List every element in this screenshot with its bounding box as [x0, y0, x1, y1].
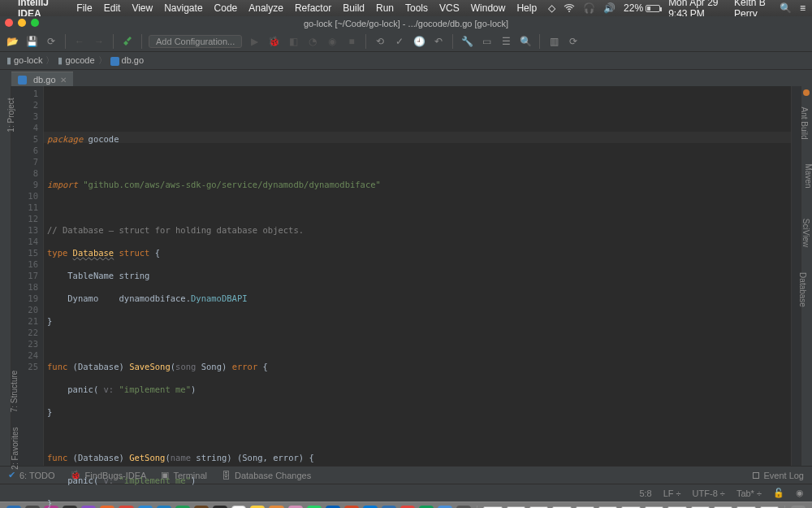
- line-number: 23: [11, 338, 38, 350]
- folder-icon: ▮: [58, 55, 63, 65]
- line-number: 22: [11, 327, 38, 338]
- line-number: 20: [11, 304, 38, 315]
- search-everywhere-icon[interactable]: 🔍: [518, 34, 533, 49]
- forward-icon[interactable]: →: [92, 34, 106, 49]
- line-number: 4: [11, 122, 38, 133]
- line-number: 9: [11, 179, 38, 190]
- line-number: 16: [11, 258, 38, 270]
- tab-db-go[interactable]: db.go ✕: [11, 72, 73, 86]
- line-number: 11: [11, 202, 38, 213]
- menu-help[interactable]: Help: [516, 2, 537, 14]
- menu-code[interactable]: Code: [214, 2, 238, 14]
- main-toolbar: 📂 💾 ⟳ ← → Add Configuration... ▶ 🐞 ◧ ◔ ◉…: [0, 31, 812, 52]
- breadcrumb-root[interactable]: ▮go-lock: [6, 55, 42, 66]
- settings-icon[interactable]: 🔧: [460, 34, 474, 49]
- wifi-icon[interactable]: [564, 4, 575, 12]
- inspector-icon[interactable]: ◉: [796, 488, 804, 498]
- stop-icon[interactable]: ■: [344, 34, 359, 49]
- mac-menubar: IntelliJ IDEA File Edit View Navigate Co…: [0, 0, 812, 16]
- tool-ant[interactable]: Ant Build: [799, 106, 808, 139]
- window-title: go-lock [~/Code/go-lock] - .../gocode/db…: [304, 19, 508, 28]
- back-icon[interactable]: ←: [72, 34, 87, 49]
- structure-icon[interactable]: ☰: [499, 34, 513, 49]
- window-controls: [5, 19, 39, 27]
- folder-icon: ▮: [6, 55, 11, 65]
- close-tab-icon[interactable]: ✕: [60, 76, 67, 85]
- line-number: 19: [11, 293, 38, 304]
- run-icon[interactable]: ▶: [247, 34, 261, 49]
- code-editor[interactable]: package gocode import "github.com/aws/aw…: [44, 86, 791, 466]
- debug-icon[interactable]: 🐞: [266, 34, 281, 49]
- go-file-icon: [18, 76, 27, 85]
- line-number: 13: [11, 224, 38, 236]
- menu-vcs[interactable]: VCS: [439, 2, 460, 14]
- battery-icon: [646, 5, 660, 12]
- concurrency-icon[interactable]: ◉: [325, 34, 339, 49]
- tool-project[interactable]: 1: Project: [6, 98, 15, 132]
- menu-run[interactable]: Run: [376, 2, 394, 14]
- dock-app-finder[interactable]: [6, 506, 21, 509]
- menu-window[interactable]: Window: [471, 2, 506, 14]
- menu-analyze[interactable]: Analyze: [248, 2, 283, 14]
- dock-app[interactable]: [25, 506, 40, 509]
- tool-maven[interactable]: Maven: [803, 163, 812, 188]
- dock-trash-icon[interactable]: [791, 506, 806, 509]
- tool-favorites[interactable]: 2: Favorites: [11, 427, 19, 469]
- chevron-right-icon: 〉: [45, 54, 54, 67]
- breadcrumb-folder[interactable]: ▮gocode: [58, 55, 94, 66]
- analysis-indicator-icon[interactable]: [803, 89, 810, 96]
- line-number: 24: [11, 350, 38, 361]
- line-number: 1: [11, 88, 38, 99]
- open-icon[interactable]: 📂: [5, 34, 19, 49]
- dropbox-icon[interactable]: ◇: [548, 2, 555, 14]
- right-tool-strip: Ant Build Maven SciView Database: [801, 86, 812, 466]
- line-number: 21: [11, 315, 38, 327]
- vcs-commit-icon[interactable]: ✓: [392, 34, 407, 49]
- tool-database[interactable]: Database: [798, 272, 807, 307]
- maximize-window-button[interactable]: [31, 19, 39, 27]
- coverage-icon[interactable]: ◧: [286, 34, 300, 49]
- profile-icon[interactable]: ◔: [305, 34, 320, 49]
- sdk-icon[interactable]: ▭: [479, 34, 494, 49]
- menu-refactor[interactable]: Refactor: [295, 2, 331, 14]
- build-hammer-icon[interactable]: [120, 34, 135, 49]
- menu-tools[interactable]: Tools: [405, 2, 428, 14]
- minimize-window-button[interactable]: [18, 19, 26, 27]
- vcs-update-icon[interactable]: ⟲: [373, 34, 387, 49]
- line-number: 17: [11, 270, 38, 281]
- battery-pct-label: 22%: [624, 2, 643, 14]
- breadcrumb-file[interactable]: db.go: [110, 55, 145, 66]
- chevron-right-icon: 〉: [98, 54, 107, 67]
- line-number: 12: [11, 213, 38, 224]
- tab-label: db.go: [33, 75, 56, 85]
- reload-icon[interactable]: ⟳: [566, 34, 581, 49]
- save-icon[interactable]: 💾: [24, 34, 39, 49]
- menu-view[interactable]: View: [132, 2, 153, 14]
- line-number: 14: [11, 236, 38, 247]
- headphones-icon[interactable]: 🎧: [583, 2, 595, 14]
- sync-icon[interactable]: ⟳: [44, 34, 58, 49]
- menu-file[interactable]: File: [76, 2, 92, 14]
- breadcrumb: ▮go-lock 〉 ▮gocode 〉 db.go: [0, 52, 812, 70]
- line-number: 5: [11, 133, 38, 145]
- tool-structure[interactable]: 7: Structure: [10, 371, 19, 413]
- close-window-button[interactable]: [5, 19, 13, 27]
- editor-tabs: db.go ✕: [0, 70, 812, 86]
- menu-edit[interactable]: Edit: [104, 2, 121, 14]
- line-number: 18: [11, 281, 38, 293]
- volume-icon[interactable]: 🔊: [603, 2, 615, 14]
- line-number: 3: [11, 111, 38, 122]
- spotlight-icon[interactable]: 🔍: [780, 2, 792, 14]
- battery-status[interactable]: 22%: [624, 2, 660, 14]
- line-number: 2: [11, 99, 38, 111]
- menu-navigate[interactable]: Navigate: [164, 2, 202, 14]
- menu-build[interactable]: Build: [343, 2, 365, 14]
- split-icon[interactable]: ▥: [546, 34, 561, 49]
- go-file-icon: [110, 57, 119, 66]
- tool-sciview[interactable]: SciView: [801, 219, 810, 247]
- vcs-revert-icon[interactable]: ↶: [431, 34, 446, 49]
- notification-center-icon[interactable]: ≡: [800, 2, 806, 14]
- run-config-selector[interactable]: Add Configuration...: [149, 35, 242, 48]
- line-number: 15: [11, 247, 38, 258]
- vcs-history-icon[interactable]: 🕘: [412, 34, 426, 49]
